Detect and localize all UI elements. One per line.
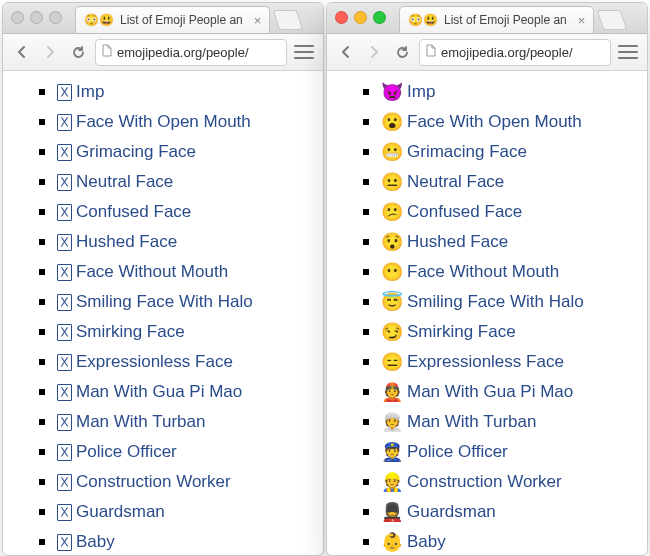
- emoji-link[interactable]: 😶Face Without Mouth: [379, 261, 561, 283]
- list-item: 😇Smiling Face With Halo: [363, 287, 639, 317]
- bullet-icon: [39, 539, 45, 545]
- emoji-label: Expressionless Face: [76, 352, 233, 372]
- browser-tab[interactable]: 😳😃 List of Emoji People an ×: [399, 6, 594, 33]
- close-window-icon[interactable]: [11, 11, 24, 24]
- list-item: 👿Imp: [363, 77, 639, 107]
- emoji-link[interactable]: Face Without Mouth: [55, 261, 230, 283]
- minimize-window-icon[interactable]: [30, 11, 43, 24]
- emoji-link[interactable]: Construction Worker: [55, 471, 233, 493]
- emoji-label: Neutral Face: [407, 172, 504, 192]
- emoji-link[interactable]: 👿Imp: [379, 81, 437, 103]
- hamburger-icon: [618, 45, 638, 59]
- emoji-link[interactable]: 👶Baby: [379, 531, 448, 553]
- address-bar[interactable]: emojipedia.org/people/: [95, 39, 287, 66]
- emoji-label: Smiling Face With Halo: [76, 292, 253, 312]
- emoji-link[interactable]: Smiling Face With Halo: [55, 291, 255, 313]
- forward-button[interactable]: [39, 41, 61, 63]
- list-item: 😮Face With Open Mouth: [363, 107, 639, 137]
- emoji-link[interactable]: 😕Confused Face: [379, 201, 524, 223]
- emoji-label: Guardsman: [76, 502, 165, 522]
- bullet-icon: [363, 89, 369, 95]
- bullet-icon: [39, 209, 45, 215]
- window-controls: [335, 11, 386, 24]
- new-tab-button[interactable]: [597, 10, 627, 30]
- emoji-link[interactable]: Grimacing Face: [55, 141, 198, 163]
- list-item: 👳Man With Turban: [363, 407, 639, 437]
- bullet-icon: [39, 419, 45, 425]
- list-item: 😬Grimacing Face: [363, 137, 639, 167]
- emoji-label: Face With Open Mouth: [76, 112, 251, 132]
- emoji-link[interactable]: Baby: [55, 531, 117, 553]
- bullet-icon: [363, 209, 369, 215]
- menu-button[interactable]: [293, 41, 315, 63]
- emoji-link[interactable]: 😬Grimacing Face: [379, 141, 529, 163]
- tab-title: List of Emoji People an: [120, 13, 243, 27]
- back-button[interactable]: [11, 41, 33, 63]
- zoom-window-icon[interactable]: [373, 11, 386, 24]
- bullet-icon: [363, 269, 369, 275]
- emoji-label: Man With Gua Pi Mao: [407, 382, 573, 402]
- list-item: 👷Construction Worker: [363, 467, 639, 497]
- emoji-link[interactable]: 👳Man With Turban: [379, 411, 538, 433]
- reload-button[interactable]: [67, 41, 89, 63]
- emoji-glyph: 👳: [381, 413, 403, 431]
- missing-glyph-icon: [57, 174, 72, 191]
- emoji-link[interactable]: Neutral Face: [55, 171, 175, 193]
- emoji-glyph: 😯: [381, 233, 403, 251]
- emoji-link[interactable]: Confused Face: [55, 201, 193, 223]
- list-item: 👲Man With Gua Pi Mao: [363, 377, 639, 407]
- emoji-link[interactable]: 😏Smirking Face: [379, 321, 518, 343]
- bullet-icon: [39, 329, 45, 335]
- emoji-link[interactable]: Police Officer: [55, 441, 179, 463]
- emoji-link[interactable]: 😇Smiling Face With Halo: [379, 291, 586, 313]
- address-bar[interactable]: emojipedia.org/people/: [419, 39, 611, 66]
- emoji-link[interactable]: 👮Police Officer: [379, 441, 510, 463]
- emoji-label: Expressionless Face: [407, 352, 564, 372]
- close-window-icon[interactable]: [335, 11, 348, 24]
- bullet-icon: [39, 239, 45, 245]
- emoji-link[interactable]: Man With Turban: [55, 411, 207, 433]
- missing-glyph-icon: [57, 204, 72, 221]
- menu-button[interactable]: [617, 41, 639, 63]
- list-item: Man With Turban: [39, 407, 315, 437]
- missing-glyph-icon: [57, 384, 72, 401]
- close-tab-icon[interactable]: ×: [573, 13, 586, 28]
- toolbar: emojipedia.org/people/: [3, 34, 323, 71]
- emoji-link[interactable]: 💂Guardsman: [379, 501, 498, 523]
- emoji-link[interactable]: 😐Neutral Face: [379, 171, 506, 193]
- new-tab-button[interactable]: [273, 10, 303, 30]
- zoom-window-icon[interactable]: [49, 11, 62, 24]
- missing-glyph-icon: [57, 144, 72, 161]
- missing-glyph-icon: [57, 264, 72, 281]
- reload-button[interactable]: [391, 41, 413, 63]
- emoji-link[interactable]: 😯Hushed Face: [379, 231, 510, 253]
- emoji-link[interactable]: Hushed Face: [55, 231, 179, 253]
- bullet-icon: [363, 149, 369, 155]
- emoji-link[interactable]: Expressionless Face: [55, 351, 235, 373]
- forward-button[interactable]: [363, 41, 385, 63]
- emoji-link[interactable]: Guardsman: [55, 501, 167, 523]
- emoji-label: Face Without Mouth: [76, 262, 228, 282]
- back-button[interactable]: [335, 41, 357, 63]
- forward-arrow-icon: [43, 45, 57, 59]
- missing-glyph-icon: [57, 294, 72, 311]
- page-icon: [426, 44, 436, 60]
- emoji-link[interactable]: Man With Gua Pi Mao: [55, 381, 244, 403]
- close-tab-icon[interactable]: ×: [249, 13, 262, 28]
- minimize-window-icon[interactable]: [354, 11, 367, 24]
- emoji-label: Smiling Face With Halo: [407, 292, 584, 312]
- emoji-link[interactable]: Smirking Face: [55, 321, 187, 343]
- emoji-label: Grimacing Face: [407, 142, 527, 162]
- missing-glyph-icon: [57, 114, 72, 131]
- missing-glyph-icon: [57, 444, 72, 461]
- list-item: Man With Gua Pi Mao: [39, 377, 315, 407]
- emoji-link[interactable]: Imp: [55, 81, 106, 103]
- emoji-link[interactable]: Face With Open Mouth: [55, 111, 253, 133]
- emoji-link[interactable]: 👲Man With Gua Pi Mao: [379, 381, 575, 403]
- emoji-link[interactable]: 😑Expressionless Face: [379, 351, 566, 373]
- emoji-link[interactable]: 👷Construction Worker: [379, 471, 564, 493]
- browser-tab[interactable]: 😳😃 List of Emoji People an ×: [75, 6, 270, 33]
- emoji-link[interactable]: 😮Face With Open Mouth: [379, 111, 584, 133]
- missing-glyph-icon: [57, 414, 72, 431]
- url-text: emojipedia.org/people/: [441, 45, 573, 60]
